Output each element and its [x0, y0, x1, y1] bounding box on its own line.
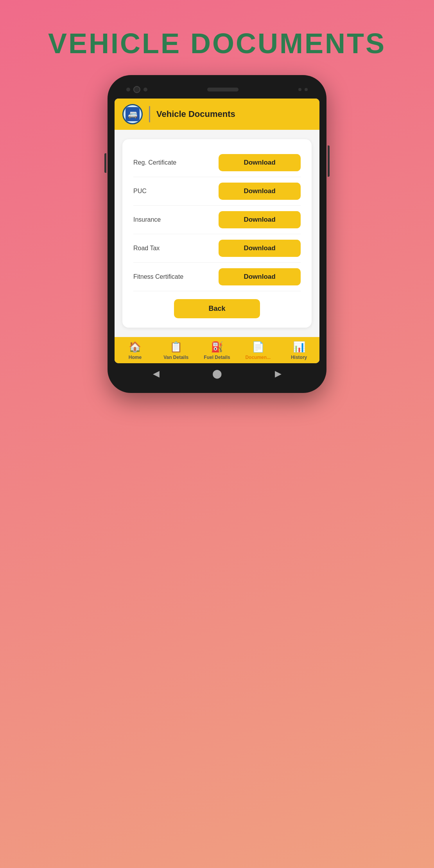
phone-screen: 🚐 Vehicle Documents Reg. Certificate Dow…	[115, 99, 319, 363]
logo-van-icon: 🚐	[128, 109, 138, 119]
table-row: Reg. Certificate Download	[133, 149, 301, 177]
download-road-tax-button[interactable]: Download	[219, 240, 301, 257]
back-btn-row: Back	[133, 299, 301, 318]
camera-main	[133, 86, 140, 93]
doc-label-road-tax: Road Tax	[133, 245, 219, 252]
home-icon: 🏠	[129, 341, 141, 353]
sensor-dot1	[298, 88, 301, 91]
history-icon: 📊	[293, 341, 305, 353]
nav-label-van-details: Van Details	[163, 355, 188, 360]
doc-label-fitness: Fitness Certificate	[133, 273, 219, 280]
sensor-dot2	[305, 88, 308, 91]
camera-dot	[126, 88, 130, 91]
fuel-details-icon: ⛽	[211, 341, 223, 353]
nav-item-history[interactable]: 📊 History	[283, 341, 315, 360]
android-recents-icon[interactable]: ▶	[275, 369, 282, 379]
front-cameras	[126, 86, 147, 93]
nav-label-fuel-details: Fuel Details	[204, 355, 230, 360]
app-header: 🚐 Vehicle Documents	[115, 99, 319, 130]
camera-dot2	[143, 88, 147, 91]
nav-label-history: History	[291, 355, 307, 360]
doc-label-puc: PUC	[133, 188, 219, 195]
document-card: Reg. Certificate Download PUC Download I…	[122, 139, 312, 328]
nav-item-van-details[interactable]: 📋 Van Details	[160, 341, 192, 360]
download-reg-button[interactable]: Download	[219, 154, 301, 171]
volume-button	[104, 153, 106, 173]
table-row: PUC Download	[133, 177, 301, 206]
doc-label-reg: Reg. Certificate	[133, 159, 219, 166]
nav-item-home[interactable]: 🏠 Home	[119, 341, 151, 360]
table-row: Insurance Download	[133, 206, 301, 234]
back-button[interactable]: Back	[174, 299, 260, 318]
header-divider	[149, 106, 150, 122]
van-details-icon: 📋	[170, 341, 182, 353]
speaker	[207, 88, 239, 91]
table-row: Road Tax Download	[133, 234, 301, 263]
doc-label-insurance: Insurance	[133, 216, 219, 223]
documents-icon: 📄	[252, 341, 264, 353]
phone-shell: 🚐 Vehicle Documents Reg. Certificate Dow…	[108, 75, 326, 393]
app-header-title: Vehicle Documents	[156, 109, 235, 119]
nav-label-documents: Documen...	[245, 355, 271, 360]
download-fitness-button[interactable]: Download	[219, 268, 301, 285]
sensors	[298, 88, 308, 91]
download-insurance-button[interactable]: Download	[219, 211, 301, 228]
power-button	[328, 145, 330, 177]
android-nav-bar: ◀ ⬤ ▶	[115, 363, 319, 381]
app-logo: 🚐	[122, 104, 143, 124]
screen-content: Reg. Certificate Download PUC Download I…	[115, 130, 319, 337]
android-back-icon[interactable]: ◀	[153, 369, 160, 379]
nav-item-documents[interactable]: 📄 Documen...	[242, 341, 274, 360]
bottom-nav: 🏠 Home 📋 Van Details ⛽ Fuel Details 📄 Do…	[115, 337, 319, 363]
nav-label-home: Home	[129, 355, 142, 360]
phone-notch	[115, 86, 319, 99]
download-puc-button[interactable]: Download	[219, 183, 301, 200]
nav-item-fuel-details[interactable]: ⛽ Fuel Details	[201, 341, 233, 360]
android-home-icon[interactable]: ⬤	[212, 369, 222, 379]
table-row: Fitness Certificate Download	[133, 263, 301, 291]
page-title: VEHICLE DOCUMENTS	[48, 27, 386, 59]
logo-inner: 🚐	[126, 107, 140, 121]
